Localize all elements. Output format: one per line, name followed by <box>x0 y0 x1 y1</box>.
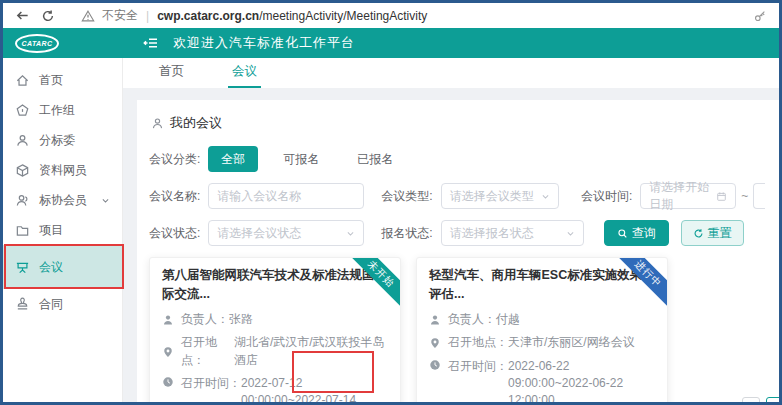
chevron-down-icon <box>541 192 550 201</box>
meeting-card[interactable]: 未开始 第八届智能网联汽车技术及标准法规国际交流... 负责人：张路 召开地点：… <box>149 257 401 405</box>
sidebar-item-contract[interactable]: 合同 <box>3 289 122 319</box>
refresh-button[interactable] <box>39 7 57 25</box>
category-all-button[interactable]: 全部 <box>208 146 258 172</box>
url-path: /meetingActivity/MeetingActivity <box>259 9 427 23</box>
key-icon[interactable] <box>751 7 769 25</box>
sidebar-item-label: 合同 <box>39 296 63 313</box>
start-date-picker[interactable]: 请选择开始日期 <box>640 183 736 209</box>
location-row: 召开地点：天津市/东丽区/网络会议 <box>429 334 655 351</box>
folder-icon <box>15 223 30 238</box>
sidebar-item-label: 分标委 <box>39 132 75 149</box>
sidebar-item-label: 项目 <box>39 222 63 239</box>
location-label: 召开地点： <box>448 334 508 351</box>
home-icon <box>15 73 30 88</box>
content-card: 我的会议 会议分类: 全部 可报名 已报名 会议名称: 会议类型: 请选择会议类… <box>137 100 779 405</box>
sidebar-item-home[interactable]: 首页 <box>3 65 122 95</box>
clock-icon <box>162 375 175 388</box>
location-icon <box>162 345 175 358</box>
cube-icon <box>15 163 30 178</box>
meeting-status-label: 会议状态: <box>149 225 200 242</box>
owner-label: 负责人： <box>448 311 496 328</box>
chevron-down-icon <box>566 229 575 238</box>
date-range-separator: ~ <box>741 189 748 203</box>
member-icon <box>15 193 30 208</box>
meeting-title: 轻型汽车、商用车辆ESC标准实施效果评估... <box>429 266 655 305</box>
meeting-list: 未开始 第八届智能网联汽车技术及标准法规国际交流... 负责人：张路 召开地点：… <box>149 257 765 405</box>
back-button[interactable] <box>13 7 31 25</box>
start-date-placeholder: 请选择开始日期 <box>649 179 716 213</box>
meeting-status-select[interactable]: 请选择会议状态 <box>208 220 364 246</box>
chevron-down-icon <box>101 196 110 205</box>
person-icon <box>162 313 175 326</box>
pagination-next-button[interactable] <box>766 397 782 405</box>
sidebar-collapse-icon[interactable] <box>143 35 159 51</box>
sidebar-item-label: 会议 <box>39 259 63 276</box>
tab-home[interactable]: 首页 <box>155 57 188 88</box>
reset-button[interactable]: 重置 <box>681 220 744 246</box>
end-date-picker[interactable] <box>753 183 765 209</box>
sidebar-item-datamember[interactable]: 资料网员 <box>3 155 122 185</box>
meeting-time-label: 会议时间: <box>581 188 632 205</box>
time-row: 召开时间：2022-07-12 00:00:00~2022-07-14 17:0… <box>162 375 388 405</box>
owner-row: 负责人：张路 <box>162 311 388 328</box>
reset-icon <box>693 228 704 239</box>
meeting-status-placeholder: 请选择会议状态 <box>217 225 346 242</box>
stamp-icon <box>15 297 30 312</box>
address-separator: | <box>146 9 149 23</box>
user-icon <box>15 133 30 148</box>
location-value: 天津市/东丽区/网络会议 <box>508 334 635 351</box>
category-registered-button[interactable]: 已报名 <box>344 146 406 172</box>
filter-row-category: 会议分类: 全部 可报名 已报名 <box>149 146 765 172</box>
time-value: 2022-06-22 09:00:00~2022-06-22 12:00:00 <box>508 358 655 405</box>
tab-meeting[interactable]: 会议 <box>228 57 261 88</box>
browser-toolbar: 不安全 | cwp.catarc.org.cn/meetingActivity/… <box>3 3 779 28</box>
signup-status-placeholder: 请选择报名状态 <box>450 225 566 242</box>
catarc-logo: CATARC <box>15 34 59 53</box>
sidebar: 首页 工作组 分标委 资料网员 标协会员 项目 <box>3 58 123 402</box>
section-title-text: 我的会议 <box>170 114 222 132</box>
person-icon <box>429 313 442 326</box>
meeting-card[interactable]: 进行中 轻型汽车、商用车辆ESC标准实施效果评估... 负责人：付越 召开地点：… <box>416 257 668 405</box>
warning-icon[interactable] <box>79 7 97 25</box>
calendar-icon <box>716 191 727 202</box>
category-label: 会议分类: <box>149 151 200 168</box>
owner-label: 负责人： <box>181 311 229 328</box>
category-open-button[interactable]: 可报名 <box>270 146 332 172</box>
signup-status-select[interactable]: 请选择报名状态 <box>441 220 584 246</box>
sidebar-item-meeting[interactable]: 会议 <box>3 245 122 289</box>
sidebar-item-label: 标协会员 <box>39 192 87 209</box>
page-title: 欢迎进入汽车标准化工作平台 <box>173 34 355 52</box>
search-button-label: 查询 <box>632 225 656 242</box>
url-domain: cwp.catarc.org.cn <box>157 9 259 23</box>
meeting-name-label: 会议名称: <box>149 188 200 205</box>
time-label: 召开时间： <box>181 375 241 392</box>
screenshot-frame: 不安全 | cwp.catarc.org.cn/meetingActivity/… <box>0 0 782 405</box>
location-row: 召开地点：湖北省/武汉市/武汉联投半岛酒店 <box>162 334 388 369</box>
signup-status-label: 报名状态: <box>381 225 432 242</box>
location-icon <box>429 336 442 349</box>
app-header: CATARC 欢迎进入汽车标准化工作平台 <box>3 28 779 58</box>
search-button[interactable]: 查询 <box>604 220 669 246</box>
sidebar-item-association[interactable]: 标协会员 <box>3 185 122 215</box>
sidebar-item-subcommittee[interactable]: 分标委 <box>3 125 122 155</box>
sidebar-item-project[interactable]: 项目 <box>3 215 122 245</box>
location-label: 召开地点： <box>181 334 234 369</box>
logo-text: CATARC <box>22 40 53 47</box>
main-area: 首页 会议 我的会议 会议分类: 全部 可报名 已报名 会议名称: <box>123 58 779 402</box>
person-icon <box>151 117 164 130</box>
meeting-type-select[interactable]: 请选择会议类型 <box>441 183 559 209</box>
tab-bar: 首页 会议 <box>123 58 779 88</box>
sidebar-item-label: 工作组 <box>39 102 75 119</box>
search-icon <box>617 228 628 239</box>
filter-row-main: 会议名称: 会议类型: 请选择会议类型 会议时间: 请选择开始日期 ~ <box>149 183 765 209</box>
reset-button-label: 重置 <box>708 225 732 242</box>
meeting-name-input[interactable] <box>208 183 364 209</box>
location-value: 湖北省/武汉市/武汉联投半岛酒店 <box>234 334 388 369</box>
meeting-type-placeholder: 请选择会议类型 <box>450 188 541 205</box>
time-value: 2022-07-12 00:00:00~2022-07-14 17:00:00 <box>241 375 388 405</box>
pagination-prev-button[interactable] <box>742 397 760 405</box>
address-url[interactable]: cwp.catarc.org.cn/meetingActivity/Meetin… <box>157 9 427 23</box>
owner-value: 张路 <box>229 311 253 328</box>
sidebar-item-workgroup[interactable]: 工作组 <box>3 95 122 125</box>
clock-icon <box>429 358 442 371</box>
